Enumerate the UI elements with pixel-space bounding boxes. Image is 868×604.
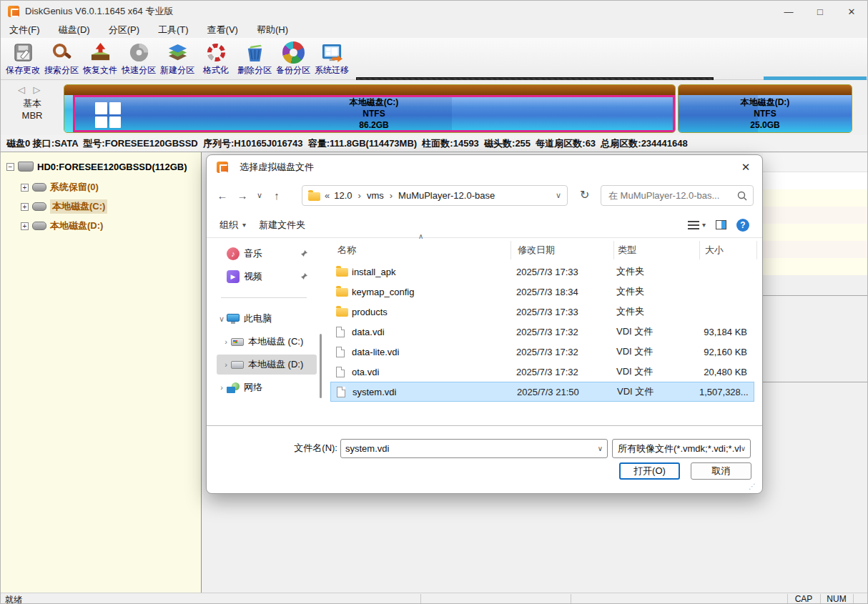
menu-tools[interactable]: 工具(T) [158,24,189,36]
preview-pane-icon[interactable] [716,220,726,229]
quick-partition-button[interactable]: 快速分区 [119,39,158,78]
recent-locations-icon[interactable]: ∨ [252,191,267,200]
column-divider[interactable] [511,241,511,259]
sidebar-divider [221,297,307,298]
file-row[interactable]: install_apk 2025/7/3 17:33 文件夹 [330,262,754,282]
search-input[interactable] [601,190,737,201]
forward-icon[interactable]: → [232,189,252,202]
sidebar-item-this-pc[interactable]: ∨ 此电脑 [212,309,312,329]
disk-nav-arrows-icon[interactable]: ◁ ▷ [18,84,44,95]
up-icon[interactable]: ↑ [267,189,287,202]
recover-files-button[interactable]: 恢复文件 [81,39,119,78]
file-row[interactable]: ota.vdi 2025/7/3 17:32 VDI 文件 20,480 KB [330,362,754,382]
file-row-selected[interactable]: system.vdi 2025/7/3 21:50 VDI 文件 1,507,3… [330,382,754,402]
minimize-button[interactable]: — [773,1,804,22]
column-header-size[interactable]: 大小 [705,239,724,257]
column-divider[interactable] [613,241,614,259]
open-button[interactable]: 打开(O) [619,462,680,480]
filename-input[interactable] [341,443,598,454]
partition-c-bar[interactable]: 本地磁盘(C:) NTFS 86.2GB [73,95,675,132]
drive-d-icon [231,361,244,369]
partition-icon [32,202,46,211]
expand-icon[interactable] [21,203,29,211]
menu-file[interactable]: 文件(F) [9,24,40,36]
sidebar-item-videos[interactable]: ▶ 视频 [212,267,312,287]
collapse-icon[interactable] [6,163,14,171]
filetype-filter-combo[interactable]: 所有映像文件(*.vmdk;*.vdi;*.vh ∨ [612,439,751,458]
column-divider[interactable] [756,241,757,259]
chevron-right-icon[interactable]: › [221,360,231,369]
chevron-down-icon: ▾ [242,221,246,229]
menu-view[interactable]: 查看(V) [207,24,238,36]
quick-partition-icon [128,41,150,64]
file-row[interactable]: data-lite.vdi 2025/7/3 17:32 VDI 文件 92,1… [330,342,754,362]
chevron-right-icon[interactable]: › [217,383,227,392]
filename-combo[interactable]: ∨ [340,439,608,458]
column-header-name[interactable]: 名称 [337,239,356,257]
file-size: 93,184 KB [699,327,747,337]
partition-table-edge [763,153,868,275]
tree-item-disk-c[interactable]: 本地磁盘(C:) [21,199,107,214]
partition-d-bar[interactable]: 本地磁盘(D:) NTFS 25.0GB [679,95,852,132]
search-partition-button[interactable]: 搜索分区 [42,39,81,78]
column-header-date[interactable]: 修改日期 [518,239,555,257]
file-row[interactable]: keymap_config 2025/7/3 18:34 文件夹 [330,282,754,302]
sidebar-item-disk-d[interactable]: › 本地磁盘 (D:) [217,355,317,375]
partition-system-reserved[interactable] [64,95,73,132]
help-icon[interactable]: ? [736,219,749,232]
delete-partition-button[interactable]: 删除分区 [235,39,274,78]
sidebar-scrollbar[interactable] [320,334,322,398]
chevron-down-icon[interactable]: ∨ [741,445,746,452]
status-text: 就绪 [5,594,22,604]
close-button[interactable]: ✕ [836,1,867,22]
sidebar-item-disk-c[interactable]: › 本地磁盘 (C:) [217,332,317,352]
refresh-icon[interactable]: ↻ [580,188,589,202]
chevron-down-icon[interactable]: ∨ [598,445,603,452]
breadcrumb-crumb[interactable]: 12.0 [334,190,352,201]
new-partition-button[interactable]: 新建分区 [158,39,197,78]
organize-menu[interactable]: 组织 ▾ [220,219,246,232]
file-row[interactable]: data.vdi 2025/7/3 17:32 VDI 文件 93,184 KB [330,322,754,342]
column-divider[interactable] [699,241,700,259]
breadcrumb-ellipsis[interactable]: « [325,190,330,201]
expand-icon[interactable] [21,184,29,192]
sidebar-item-music[interactable]: ♪ 音乐 [212,244,312,264]
dialog-titlebar[interactable]: 选择虚拟磁盘文件 ✕ [207,155,762,179]
new-folder-button[interactable]: 新建文件夹 [259,219,305,232]
chevron-right-icon[interactable]: › [221,337,231,346]
system-migration-button[interactable]: 系统迁移 [312,39,351,78]
column-header-type[interactable]: 类型 [618,239,636,257]
dialog-close-button[interactable]: ✕ [729,155,762,179]
dialog-footer-divider [207,425,762,426]
back-icon[interactable]: ← [212,189,232,202]
file-row[interactable]: products 2025/7/3 17:33 文件夹 [330,302,754,322]
drive-c-icon [231,338,244,346]
menu-help[interactable]: 帮助(H) [257,24,288,36]
sidebar-item-network[interactable]: › 网络 [212,377,312,397]
backup-partition-button[interactable]: 备份分区 [274,39,312,78]
breadcrumb-crumb[interactable]: MuMuPlayer-12.0-base [398,190,495,201]
menu-disk[interactable]: 磁盘(D) [59,24,90,36]
caps-lock-indicator: CAP [789,594,819,604]
save-changes-button[interactable]: 保存更改 [4,39,42,78]
tree-root-hd0[interactable]: HD0:FORESEE120GBSSD(112GB) [6,159,187,174]
file-name: system.vdi [352,387,517,397]
chevron-down-icon[interactable]: ∨ [217,315,227,324]
maximize-button[interactable]: □ [804,1,836,22]
titlebar[interactable]: DiskGenius V6.0.1.1645 x64 专业版 — □ ✕ [1,1,867,22]
pin-icon [300,249,308,259]
view-mode-button[interactable]: ▾ [688,221,706,229]
breadcrumb[interactable]: « 12.0 › vms › MuMuPlayer-12.0-base ∨ [302,185,568,206]
tree-item-disk-d[interactable]: 本地磁盘(D:) [21,219,103,233]
chevron-down-icon[interactable]: ∨ [556,191,561,200]
cancel-button[interactable]: 取消 [691,462,751,480]
file-date: 2025/7/3 18:34 [516,287,616,297]
resize-grip[interactable]: ⋰ [749,482,756,490]
search-box[interactable] [601,185,754,206]
tree-item-system-reserved[interactable]: 系统保留(0) [21,180,99,194]
breadcrumb-crumb[interactable]: vms [367,190,384,201]
format-button[interactable]: 格式化 [197,39,235,78]
menu-partition[interactable]: 分区(P) [109,24,139,36]
expand-icon[interactable] [21,222,29,230]
disk0-bar-group2: 本地磁盘(D:) NTFS 25.0GB [678,84,852,133]
